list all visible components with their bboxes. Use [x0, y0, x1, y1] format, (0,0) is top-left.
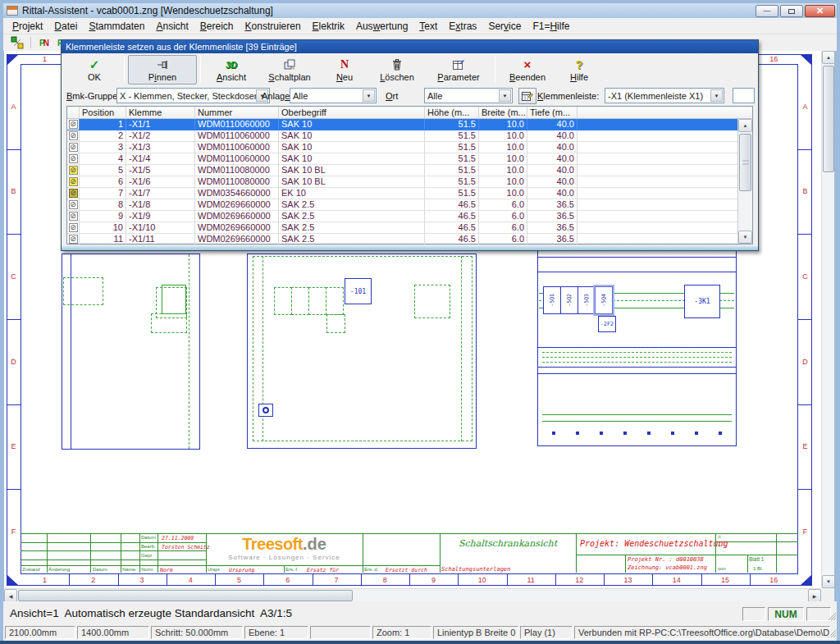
menu-ansicht[interactable]: Ansicht — [150, 19, 194, 34]
table-row[interactable]: ⊘8-X1/8WDM0269660000SAK 2.546.56.036.5 — [67, 199, 739, 211]
table-scroll-up[interactable]: ▲ — [738, 119, 752, 132]
cell-filler — [578, 153, 739, 165]
table-row[interactable]: ⊘10-X1/10WDM0269660000SAK 2.546.56.036.5 — [67, 222, 739, 234]
dialog-button-neu[interactable]: NNeu — [321, 55, 368, 84]
horizontal-scrollbar[interactable]: ◀ ▶ — [4, 588, 821, 601]
menu-bereich[interactable]: Bereich — [194, 19, 240, 34]
table-row[interactable]: ⊘3-X1/3WDM0110060000SAK 1051.510.040.0 — [67, 142, 739, 153]
column-header-oberbegriff[interactable]: Oberbegriff — [279, 107, 425, 119]
column-header-tiefe-m[interactable]: Tiefe (m... — [527, 107, 578, 119]
column-header-nummer[interactable]: Nummer — [195, 107, 279, 119]
edit-list-button[interactable] — [518, 88, 536, 104]
dialog-titlebar[interactable]: Klemmenleiste setzen aus der Klemmenlist… — [62, 40, 758, 53]
menu-elektrik[interactable]: Elektrik — [307, 19, 350, 34]
menu-auswertung[interactable]: Auswertung — [350, 19, 413, 34]
row-icon-cell[interactable]: ⊘ — [67, 153, 80, 165]
component-5q4[interactable]: -5Q4 — [595, 286, 613, 314]
row-icon-cell[interactable]: ⊘ — [67, 130, 80, 142]
vertical-scrollbar[interactable]: ▲ ▼ — [821, 51, 834, 588]
component-2f2[interactable]: -2F2 — [598, 316, 616, 332]
table-row[interactable]: ⊘2-X1/2WDM0110060000SAK 1051.510.040.0 — [67, 130, 739, 142]
maximize-button[interactable] — [780, 5, 803, 17]
table-row[interactable]: ⊘5-X1/5WDM0110080000SAK 10 BL51.510.040.… — [67, 165, 739, 176]
menu-projekt[interactable]: Projekt — [7, 19, 48, 34]
dialog-button-l-schen[interactable]: Löschen — [368, 55, 426, 84]
ruler-letter-left: E — [7, 404, 21, 490]
table-row[interactable]: ⊘9-X1/9WDM0269660000SAK 2.546.56.036.5 — [67, 211, 739, 222]
klemmenleiste-select[interactable]: -X1 (Klemmenleiste X1)▼ — [605, 88, 724, 103]
row-icon-cell[interactable]: ⊘ — [67, 211, 80, 222]
menu-datei[interactable]: Datei — [48, 19, 83, 34]
cell-filler — [578, 165, 739, 176]
scroll-up-button[interactable]: ▲ — [822, 51, 835, 64]
menu-stammdaten[interactable]: Stammdaten — [83, 19, 150, 34]
menu-f1-hilfe[interactable]: F1=Hilfe — [527, 19, 575, 34]
column-header-h-he-m[interactable]: Höhe (m... — [425, 107, 479, 119]
chevron-down-icon[interactable]: ▼ — [710, 89, 723, 102]
column-header-0[interactable] — [67, 107, 80, 119]
resize-grip[interactable] — [827, 611, 836, 620]
row-icon-cell[interactable]: ⊘ — [67, 234, 80, 245]
table-row[interactable]: ⊘1-X1/1WDM0110060000SAK 1051.510.040.0 — [67, 119, 739, 130]
cell-klemme: -X1/8 — [126, 199, 195, 211]
component-5q2[interactable]: -5Q2 — [560, 286, 578, 314]
chevron-down-icon[interactable]: ▼ — [499, 89, 511, 102]
row-icon-cell[interactable]: ⊘ — [67, 165, 80, 176]
table-scrollbar[interactable]: ▲ ▼ — [737, 119, 752, 244]
scroll-right-button[interactable]: ▶ — [808, 589, 821, 602]
chevron-down-icon[interactable]: ▼ — [363, 89, 375, 102]
component-101[interactable]: -101 — [345, 278, 372, 304]
table-scroll-thumb[interactable] — [739, 134, 751, 191]
component-5q1[interactable]: -5Q1 — [543, 286, 561, 314]
dialog-button-hilfe[interactable]: ?Hilfe — [556, 55, 602, 84]
table-header: PositionKlemmeNummerOberbegriffHöhe (m..… — [67, 107, 752, 119]
close-button[interactable]: ✕ — [805, 5, 835, 17]
menu-extras[interactable]: Extras — [443, 19, 482, 34]
table-row[interactable]: ⊘6-X1/6WDM0110080000SAK 10 BL51.510.040.… — [67, 176, 739, 188]
menu-text[interactable]: Text — [413, 19, 443, 34]
vertical-scroll-thumb[interactable] — [823, 66, 834, 172]
anlage-label: Anlage — [262, 91, 290, 101]
dialog-button-ansicht[interactable]: 3DAnsicht — [204, 55, 258, 84]
horizontal-scroll-thumb[interactable] — [18, 590, 353, 601]
scroll-left-button[interactable]: ◀ — [4, 589, 17, 602]
column-header-breite-m[interactable]: Breite (m... — [479, 107, 527, 119]
dialog-button-pinnen[interactable]: Pinnen — [128, 55, 197, 84]
circle-icon — [262, 407, 269, 413]
menu-konstruieren[interactable]: Konstruieren — [240, 19, 307, 34]
row-icon-cell[interactable]: ⊘ — [67, 188, 80, 199]
bmk-gruppe-select[interactable]: X - Klemmen, Stecker, Steckdosen▼ — [116, 88, 270, 103]
mounting-plate-view — [537, 250, 737, 446]
symbol-net-icon[interactable] — [10, 36, 25, 49]
scroll-down-button[interactable]: ▼ — [822, 575, 835, 588]
dialog-button-ok[interactable]: ✓OK — [68, 55, 121, 84]
dialog-button-schaltplan[interactable]: Schaltplan — [258, 55, 321, 84]
row-icon-cell[interactable]: ⊘ — [67, 199, 80, 211]
table-scroll-down[interactable]: ▼ — [738, 231, 752, 244]
cell-nummer: WDM0110060000 — [195, 119, 279, 130]
row-icon-cell[interactable]: ⊘ — [67, 119, 80, 130]
ort-select[interactable]: Alle▼ — [424, 88, 513, 103]
menu-service[interactable]: Service — [482, 19, 527, 34]
row-icon-cell[interactable]: ⊘ — [67, 176, 80, 188]
dialog-button-parameter[interactable]: Parameter — [426, 55, 491, 84]
column-header-8[interactable] — [578, 107, 752, 119]
component-5q3[interactable]: -5Q3 — [578, 286, 596, 314]
marker-symbol[interactable] — [258, 404, 273, 417]
row-icon-cell[interactable]: ⊘ — [67, 142, 80, 153]
dialog-button-beenden[interactable]: ×Beenden — [499, 55, 556, 84]
table-row[interactable]: ⊘4-X1/4WDM0110060000SAK 1051.510.040.0 — [67, 153, 739, 165]
ruler-number-bottom: 8 — [361, 576, 409, 585]
component-3k1[interactable]: -3K1 — [684, 285, 720, 318]
pn-icon[interactable]: PN — [37, 36, 52, 49]
table-row[interactable]: ⊘11-X1/11WDM0269660000SAK 2.546.56.036.5 — [67, 234, 739, 245]
empty-field[interactable] — [733, 88, 755, 103]
minimize-button[interactable]: — — [756, 5, 778, 17]
table-row[interactable]: ⊘7-X1/7WDM0354660000EK 1051.510.040.0 — [67, 188, 739, 199]
anlage-select[interactable]: Alle▼ — [290, 88, 377, 103]
column-header-klemme[interactable]: Klemme — [126, 107, 195, 119]
column-header-position[interactable]: Position — [80, 107, 126, 119]
row-icon-cell[interactable]: ⊘ — [67, 222, 80, 234]
cell-breite: 6.0 — [479, 222, 527, 234]
ruler-number-bottom: 6 — [263, 576, 312, 585]
